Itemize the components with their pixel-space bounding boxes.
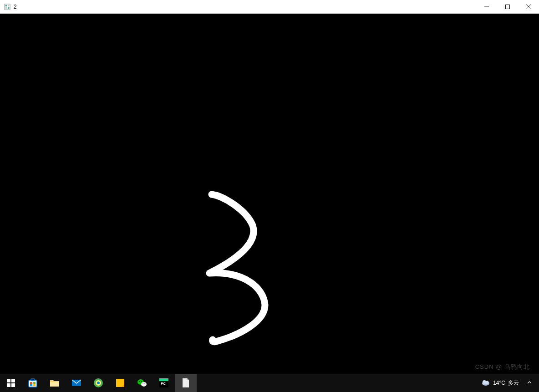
window-titlebar: 2 xyxy=(0,0,539,14)
svg-rect-16 xyxy=(33,382,36,384)
titlebar-left: 2 xyxy=(4,3,17,10)
svg-rect-14 xyxy=(31,379,35,381)
svg-rect-13 xyxy=(29,380,37,387)
handwritten-digit xyxy=(0,14,539,374)
maximize-button[interactable] xyxy=(497,0,518,13)
svg-rect-18 xyxy=(33,384,36,386)
svg-point-23 xyxy=(97,382,100,384)
taskbar-right: 14°C 多云 xyxy=(478,374,539,392)
svg-rect-12 xyxy=(11,383,15,387)
show-hidden-icons[interactable] xyxy=(525,378,534,388)
taskbar: PC 14°C 多云 xyxy=(0,374,539,392)
system-tray xyxy=(525,378,534,388)
svg-point-30 xyxy=(144,383,145,384)
drawing-canvas[interactable] xyxy=(0,14,539,374)
svg-rect-1 xyxy=(5,5,7,6)
svg-rect-9 xyxy=(7,379,10,382)
taskbar-store-icon[interactable] xyxy=(22,374,44,392)
minimize-button[interactable] xyxy=(476,0,497,13)
window-controls xyxy=(476,0,539,13)
svg-rect-11 xyxy=(7,383,10,387)
svg-rect-3 xyxy=(5,7,7,9)
svg-text:PC: PC xyxy=(161,382,166,386)
taskbar-edge-icon[interactable] xyxy=(87,374,109,392)
svg-rect-4 xyxy=(8,7,10,9)
start-button[interactable] xyxy=(0,374,22,392)
svg-rect-15 xyxy=(30,382,32,384)
weather-temp: 14°C xyxy=(493,380,505,386)
close-button[interactable] xyxy=(518,0,539,13)
taskbar-mail-icon[interactable] xyxy=(66,374,87,392)
weather-desc: 多云 xyxy=(508,379,519,387)
cloud-icon xyxy=(481,379,490,387)
svg-rect-19 xyxy=(50,382,59,387)
svg-point-27 xyxy=(139,381,140,382)
taskbar-sticky-icon[interactable] xyxy=(109,374,131,392)
svg-rect-10 xyxy=(11,379,15,382)
taskbar-pycharm-icon[interactable]: PC xyxy=(153,374,175,392)
svg-rect-32 xyxy=(159,378,168,381)
taskbar-left: PC xyxy=(0,374,197,392)
window-title: 2 xyxy=(14,4,17,10)
svg-point-26 xyxy=(141,382,147,387)
svg-point-36 xyxy=(486,381,489,384)
svg-rect-17 xyxy=(30,384,32,386)
svg-point-28 xyxy=(141,381,142,382)
taskbar-explorer-icon[interactable] xyxy=(44,374,66,392)
taskbar-document-icon[interactable] xyxy=(175,374,197,392)
svg-rect-6 xyxy=(506,5,510,9)
taskbar-wechat-icon[interactable] xyxy=(131,374,153,392)
weather-widget[interactable]: 14°C 多云 xyxy=(478,374,522,392)
svg-point-29 xyxy=(142,383,143,384)
app-icon xyxy=(4,3,11,10)
svg-rect-2 xyxy=(8,5,10,6)
